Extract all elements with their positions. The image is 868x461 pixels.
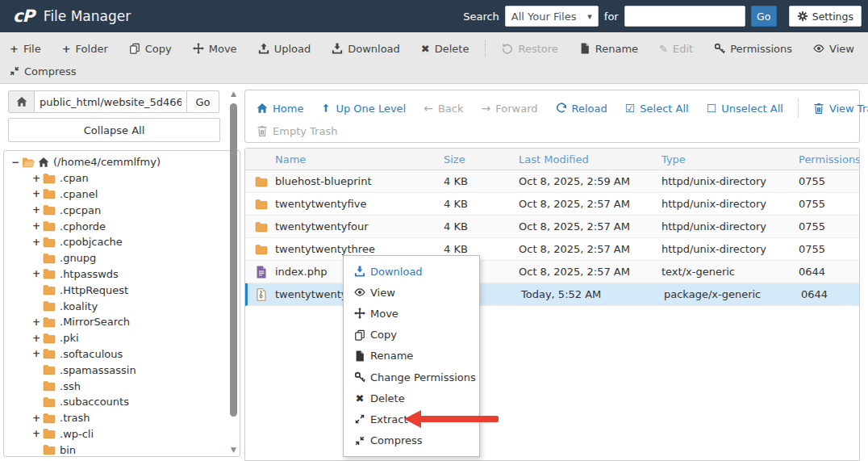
toolbar-compress-button[interactable]: Compress — [10, 65, 77, 78]
expand-toggle[interactable]: + — [31, 428, 41, 439]
column-header-name[interactable]: Name — [245, 153, 440, 166]
context-menu-extract[interactable]: Extract — [344, 409, 479, 430]
tree-item[interactable]: +.wp-cli — [4, 426, 240, 442]
expand-toggle[interactable]: + — [31, 220, 41, 232]
table-row[interactable]: twentytwentyfive 4 KB Oct 8, 2025, 2:57 … — [245, 193, 859, 216]
folder-icon — [255, 243, 268, 256]
home-path-button[interactable] — [8, 90, 35, 113]
toolbar-delete-button[interactable]: ✖Delete — [421, 43, 469, 55]
expand-toggle[interactable]: + — [31, 333, 41, 344]
table-row[interactable]: twentytwentythree 4 KB Oct 8, 2025, 2:57… — [245, 238, 859, 261]
column-header-last-modified[interactable]: Last Modified — [515, 153, 658, 166]
context-menu-rename[interactable]: Rename — [344, 346, 479, 367]
x-icon: ✖ — [421, 44, 430, 54]
column-header-type[interactable]: Type — [658, 153, 795, 166]
cpanel-logo: cP — [13, 6, 34, 26]
tree-item[interactable]: +.MirrorSearch — [4, 314, 240, 330]
column-header-permissions[interactable]: Permissions — [795, 153, 860, 166]
context-menu-download[interactable]: Download — [344, 261, 479, 282]
expand-toggle[interactable]: + — [31, 173, 41, 184]
collapse-toggle[interactable]: − — [10, 157, 20, 168]
eye-icon — [813, 43, 824, 54]
nav-view-trash-link[interactable]: View Trash — [813, 103, 868, 115]
tree-item[interactable]: .spamassassin — [4, 362, 240, 378]
tree-item[interactable]: +.cphorde — [4, 218, 240, 234]
scroll-up-arrow[interactable]: ▲ — [228, 89, 239, 99]
expand-toggle[interactable]: + — [31, 316, 41, 328]
nav-up-one-level-link[interactable]: Up One Level — [321, 103, 406, 115]
tree-item[interactable]: +.htpasswds — [4, 266, 240, 283]
move-icon — [193, 43, 204, 54]
search-input[interactable] — [624, 6, 745, 27]
toolbar-move-button[interactable]: Move — [193, 43, 237, 55]
table-row[interactable]: bluehost-blueprint 4 KB Oct 8, 2025, 2:5… — [245, 170, 859, 193]
expand-toggle[interactable]: + — [31, 348, 41, 359]
tree-item[interactable]: .subaccounts — [4, 394, 240, 410]
tree-item[interactable]: +.trash — [4, 410, 240, 426]
path-input[interactable] — [35, 90, 187, 113]
toolbar-upload-button[interactable]: Upload — [258, 43, 311, 55]
expand-toggle[interactable]: + — [31, 237, 41, 248]
file-list-panel: Home Up One Level ←Back →Forward Reload … — [244, 84, 860, 461]
context-menu-copy[interactable]: Copy — [344, 325, 479, 346]
tree-item[interactable]: +.cpanel — [4, 186, 240, 203]
expand-toggle[interactable]: + — [31, 188, 41, 199]
file-manager-app: cP File Manager Search All Your Files ▾ … — [0, 0, 868, 461]
gear-icon — [797, 10, 808, 22]
chevron-down-icon: ▾ — [587, 11, 592, 22]
tree-item[interactable]: +.cpan — [4, 170, 240, 186]
context-menu-change-permissions[interactable]: Change Permissions — [344, 367, 479, 388]
directory-tree: − (/home4/cemmlfmy) +.cpan +.cpanel +.cp… — [3, 150, 240, 457]
tree-item[interactable]: .gnupg — [4, 250, 240, 266]
compress-icon — [10, 66, 19, 76]
folder-icon — [43, 443, 56, 456]
toolbar-permissions-button[interactable]: Permissions — [714, 43, 792, 55]
toolbar-folder-button[interactable]: +Folder — [62, 43, 108, 55]
expand-toggle[interactable]: + — [31, 413, 41, 424]
context-menu-view[interactable]: View — [344, 282, 479, 303]
context-menu-delete[interactable]: ✖Delete — [344, 388, 479, 409]
tree-root-item[interactable]: − (/home4/cemmlfmy) — [4, 154, 240, 170]
context-menu-move[interactable]: Move — [344, 303, 479, 324]
plus-icon: + — [62, 44, 71, 54]
sidebar-scrollbar[interactable]: ▲ ▼ — [228, 89, 239, 457]
toolbar-rename-button[interactable]: Rename — [579, 43, 638, 55]
scroll-down-arrow[interactable]: ▼ — [228, 445, 239, 455]
collapse-all-button[interactable]: Collapse All — [8, 118, 220, 142]
navigation-panel: Home Up One Level ←Back →Forward Reload … — [244, 90, 860, 143]
search-scope-select[interactable]: All Your Files ▾ — [505, 6, 599, 27]
folder-icon — [43, 187, 56, 200]
nav-select-all-link[interactable]: ☑Select All — [625, 103, 689, 115]
column-header-size[interactable]: Size — [440, 153, 515, 166]
scroll-thumb[interactable] — [230, 103, 237, 417]
nav-reload-link[interactable]: Reload — [556, 103, 607, 115]
tree-item[interactable]: +.softaculous — [4, 346, 240, 363]
folder-icon — [255, 220, 268, 233]
tree-item[interactable]: +.cpobjcache — [4, 234, 240, 250]
tree-item[interactable]: .ssh — [4, 378, 240, 394]
settings-button[interactable]: Settings — [789, 6, 862, 27]
tree-item[interactable]: .HttpRequest — [4, 282, 240, 298]
tree-item[interactable]: +.pki — [4, 330, 240, 346]
tree-item[interactable]: +.cpcpan — [4, 202, 240, 218]
copy-icon — [129, 43, 140, 54]
expand-toggle[interactable]: + — [31, 268, 41, 279]
download-icon — [353, 266, 366, 277]
nav-unselect-all-link[interactable]: ☐Unselect All — [707, 103, 783, 115]
table-row[interactable]: twentytwentyfour 4 KB Oct 8, 2025, 2:57 … — [245, 216, 859, 238]
toolbar-file-button[interactable]: +File — [10, 43, 41, 55]
folder-icon — [43, 172, 56, 185]
table-row-selected[interactable]: twentytwentyfive Today, 5:52 AM package/… — [245, 283, 859, 306]
path-go-button[interactable]: Go — [187, 90, 219, 113]
table-row[interactable]: index.php Oct 8, 2025, 2:57 AM text/x-ge… — [245, 261, 859, 283]
toolbar-download-button[interactable]: Download — [332, 43, 400, 55]
nav-home-link[interactable]: Home — [257, 103, 303, 115]
folder-icon — [43, 252, 56, 265]
tree-item[interactable]: .koality — [4, 298, 240, 314]
toolbar-copy-button[interactable]: Copy — [129, 43, 172, 55]
search-go-button[interactable]: Go — [751, 6, 777, 27]
toolbar-view-button[interactable]: View — [813, 43, 854, 55]
context-menu-compress[interactable]: Compress — [344, 430, 479, 451]
tree-item[interactable]: bin — [4, 442, 240, 457]
expand-toggle[interactable]: + — [31, 204, 41, 216]
